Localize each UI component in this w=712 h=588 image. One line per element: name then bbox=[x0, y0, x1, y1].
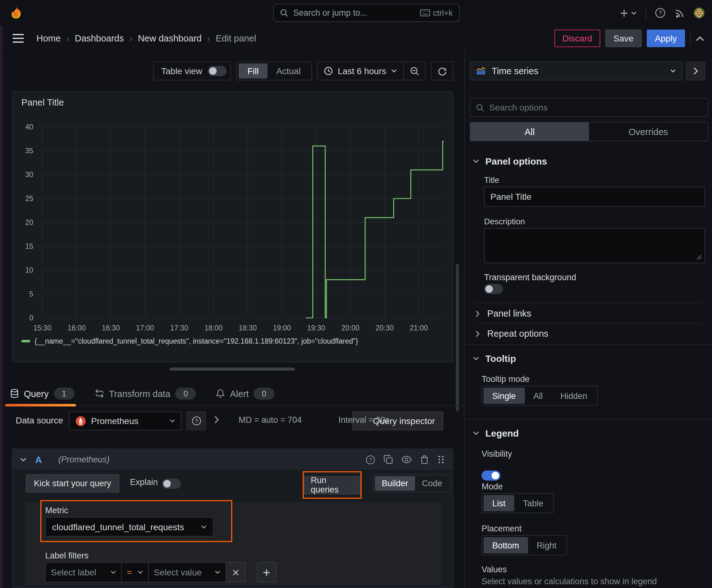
nav-divider bbox=[645, 6, 646, 20]
breadcrumb-new-dashboard[interactable]: New dashboard bbox=[138, 33, 201, 43]
panel-options-section-header[interactable]: Panel options bbox=[473, 156, 547, 166]
actions-divider bbox=[690, 31, 691, 45]
add-filter-button[interactable] bbox=[257, 562, 276, 582]
menu-icon[interactable] bbox=[13, 34, 24, 43]
chevron-down-icon bbox=[473, 431, 479, 435]
time-series-viz-icon bbox=[476, 66, 486, 76]
new-menu-button[interactable] bbox=[620, 8, 637, 17]
description-textarea[interactable] bbox=[484, 228, 705, 263]
tab-all[interactable]: All bbox=[470, 123, 589, 141]
legend-mode-switch: List Table bbox=[481, 493, 554, 513]
query-datasource-hint: (Prometheus) bbox=[58, 455, 110, 464]
svg-text:25: 25 bbox=[25, 194, 33, 203]
tab-overrides[interactable]: Overrides bbox=[589, 123, 708, 141]
legend-section-header[interactable]: Legend bbox=[473, 428, 519, 439]
table-view-toggle[interactable] bbox=[208, 66, 226, 76]
panel-options-pane: Time series Search options All Overrides… bbox=[464, 51, 712, 588]
svg-text:18:00: 18:00 bbox=[204, 324, 222, 332]
chevron-down-icon bbox=[215, 570, 220, 574]
datasource-picker[interactable]: Prometheus bbox=[69, 412, 181, 430]
builder-option[interactable]: Builder bbox=[375, 476, 415, 491]
svg-text:19:30: 19:30 bbox=[307, 324, 325, 332]
svg-text:17:30: 17:30 bbox=[170, 324, 188, 332]
svg-text:10: 10 bbox=[25, 266, 33, 274]
code-option[interactable]: Code bbox=[415, 476, 449, 491]
interval-text: Interval = 30s bbox=[339, 415, 390, 425]
collapse-up-icon[interactable] bbox=[696, 36, 705, 41]
collapse-query-icon[interactable] bbox=[20, 457, 26, 462]
all-overrides-tabs: All Overrides bbox=[470, 122, 708, 141]
select-label-dropdown[interactable]: Select label bbox=[45, 562, 122, 582]
explain-toggle[interactable] bbox=[162, 479, 181, 489]
grafana-logo-icon[interactable] bbox=[8, 5, 24, 21]
options-search-input[interactable]: Search options bbox=[470, 98, 708, 117]
svg-text:15: 15 bbox=[25, 242, 33, 250]
chart-legend[interactable]: {__name__="cloudflared_tunnel_total_requ… bbox=[21, 337, 358, 345]
legend-placement-right[interactable]: Right bbox=[528, 537, 565, 553]
legend-mode-table[interactable]: Table bbox=[514, 495, 552, 511]
news-rss-icon[interactable] bbox=[674, 7, 685, 18]
plus-icon bbox=[620, 8, 628, 17]
legend-mode-list[interactable]: List bbox=[483, 495, 514, 511]
breadcrumb-dashboards[interactable]: Dashboards bbox=[75, 33, 124, 43]
legend-placement-bottom[interactable]: Bottom bbox=[483, 537, 528, 553]
tab-transform-data[interactable]: Transform data 0 bbox=[84, 382, 206, 405]
discard-button[interactable]: Discard bbox=[554, 29, 600, 47]
delete-query-icon[interactable] bbox=[420, 455, 429, 464]
drag-query-icon[interactable] bbox=[437, 456, 445, 464]
svg-text:18:30: 18:30 bbox=[239, 324, 257, 332]
global-search-input[interactable]: Search or jump to... ctrl+k bbox=[273, 4, 459, 22]
zoom-out-button[interactable] bbox=[404, 62, 425, 80]
transparent-bg-toggle[interactable] bbox=[484, 284, 503, 294]
chevron-down-icon bbox=[170, 419, 175, 423]
user-avatar[interactable] bbox=[694, 7, 705, 18]
description-field-label: Description bbox=[484, 217, 525, 226]
repeat-options-section[interactable]: Repeat options bbox=[475, 323, 702, 344]
legend-placement-label: Placement bbox=[481, 524, 522, 533]
query-help-icon[interactable]: ? bbox=[365, 455, 375, 465]
query-row-header[interactable]: A (Prometheus) ? bbox=[13, 449, 453, 470]
kick-start-query-button[interactable]: Kick start your query bbox=[26, 474, 119, 492]
legend-mode-label: Mode bbox=[481, 482, 503, 491]
breadcrumb-home[interactable]: Home bbox=[37, 33, 61, 43]
time-range-picker[interactable]: Last 6 hours bbox=[318, 66, 403, 76]
visualization-picker[interactable]: Time series bbox=[470, 62, 683, 80]
time-series-chart[interactable]: 051015202530354015:3016:0016:3017:0017:3… bbox=[13, 92, 453, 362]
expand-section-icon[interactable] bbox=[214, 416, 219, 423]
metric-select[interactable]: cloudflared_tunnel_total_requests bbox=[45, 517, 214, 537]
panel-links-section[interactable]: Panel links bbox=[475, 303, 702, 323]
transparent-bg-label: Transparent background bbox=[484, 273, 576, 282]
toggle-visibility-icon[interactable] bbox=[401, 456, 412, 464]
tab-query[interactable]: Query 1 bbox=[0, 382, 84, 405]
panel-title-input[interactable]: Panel Title bbox=[484, 187, 705, 207]
breadcrumb-bar: Home › Dashboards › New dashboard › Edit… bbox=[0, 26, 712, 51]
title-field-label: Title bbox=[484, 175, 499, 185]
save-button[interactable]: Save bbox=[605, 29, 642, 47]
remove-filter-button[interactable] bbox=[225, 562, 245, 582]
time-series-panel[interactable]: Panel Title 051015202530354015:3016:0016… bbox=[12, 91, 453, 362]
duplicate-query-icon[interactable] bbox=[384, 455, 393, 464]
clock-icon bbox=[324, 67, 333, 76]
run-queries-button[interactable]: Run queries bbox=[304, 476, 360, 494]
tooltip-section-header[interactable]: Tooltip bbox=[473, 353, 516, 364]
prometheus-icon bbox=[75, 416, 86, 426]
legend-series-label[interactable]: {__name__="cloudflared_tunnel_total_requ… bbox=[35, 337, 358, 345]
tooltip-single-option[interactable]: Single bbox=[483, 387, 524, 404]
actual-option[interactable]: Actual bbox=[267, 63, 309, 79]
tooltip-all-option[interactable]: All bbox=[524, 387, 552, 404]
refresh-button[interactable] bbox=[431, 62, 453, 80]
apply-button[interactable]: Apply bbox=[647, 29, 685, 47]
select-value-dropdown[interactable]: Select value bbox=[148, 562, 226, 582]
svg-text:16:30: 16:30 bbox=[102, 324, 120, 332]
datasource-help-button[interactable]: ? bbox=[187, 412, 206, 430]
operator-dropdown[interactable]: = bbox=[121, 562, 149, 582]
tab-alert[interactable]: Alert 0 bbox=[206, 382, 285, 405]
query-builder-area: Metric cloudflared_tunnel_total_requests… bbox=[26, 502, 441, 585]
help-icon[interactable]: ? bbox=[655, 7, 666, 18]
svg-text:5: 5 bbox=[29, 290, 33, 298]
tooltip-hidden-option[interactable]: Hidden bbox=[552, 387, 596, 404]
fill-option[interactable]: Fill bbox=[239, 63, 267, 79]
legend-visibility-toggle[interactable] bbox=[481, 470, 500, 481]
panel-resize-handle[interactable] bbox=[170, 368, 295, 371]
collapse-options-button[interactable] bbox=[686, 62, 705, 80]
